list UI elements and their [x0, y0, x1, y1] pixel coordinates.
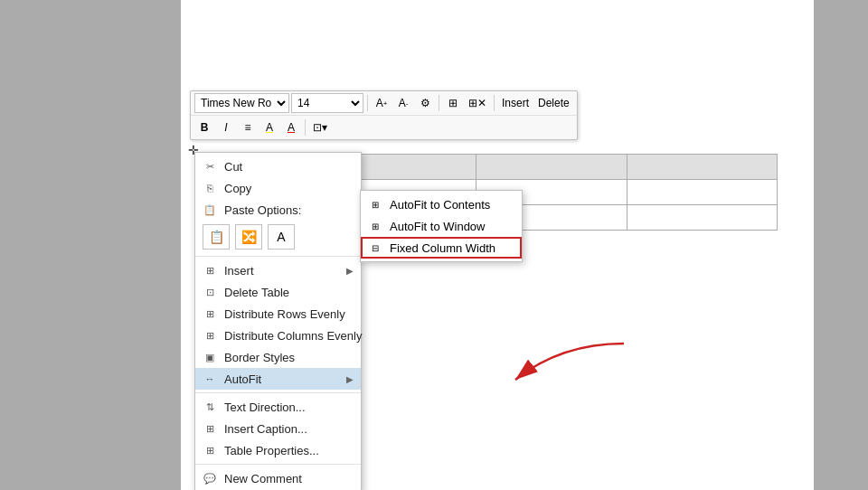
paste-keep-source-button[interactable]: 📋 [203, 224, 230, 250]
submenu-arrow-icon: ▶ [346, 374, 354, 384]
menu-item-text-direction[interactable]: ⇅ Text Direction... [195, 396, 361, 418]
menu-item-cut[interactable]: ✂ Cut [195, 155, 361, 177]
highlight-button[interactable]: A [259, 118, 279, 137]
toolbar-separator [367, 95, 368, 111]
menu-item-border-styles[interactable]: ▣ Border Styles [195, 346, 361, 368]
autofit-submenu: ⊞ AutoFit to Contents ⊞ AutoFit to Windo… [360, 190, 523, 262]
submenu-item-fixed-column-width[interactable]: ⊟ Fixed Column Width [361, 237, 522, 259]
cut-icon: ✂ [201, 159, 219, 174]
menu-item-paste-options: 📋 Paste Options: [195, 199, 361, 221]
format-button[interactable]: ⚙ [415, 93, 435, 113]
menu-label-distribute-cols: Distribute Columns Evenly [224, 329, 362, 343]
menu-divider [195, 256, 361, 257]
menu-item-copy[interactable]: ⎘ Copy [195, 177, 361, 199]
font-color-button[interactable]: A [281, 118, 301, 137]
menu-item-autofit[interactable]: ↔ AutoFit ▶ [195, 368, 361, 390]
text-direction-icon: ⇅ [201, 400, 219, 414]
border-styles-icon: ▣ [201, 350, 219, 364]
delete-button[interactable]: Delete [534, 93, 573, 113]
table-header-cell [476, 155, 627, 180]
toolbar-separator [305, 119, 306, 136]
menu-item-distribute-cols[interactable]: ⊞ Distribute Columns Evenly [195, 325, 361, 346]
menu-item-insert-caption[interactable]: ⊞ Insert Caption... [195, 418, 361, 439]
menu-divider [195, 464, 361, 465]
table-cell [627, 205, 777, 231]
toolbar-row-2: B I ≡ A A ⊡▾ [191, 116, 577, 139]
submenu-label-fixed-column-width: Fixed Column Width [390, 241, 495, 255]
insert-caption-icon: ⊞ [201, 421, 219, 436]
font-size-select[interactable]: 14 [291, 93, 363, 113]
toolbar-separator [439, 95, 439, 111]
table-style-button[interactable]: ⊞✕ [465, 93, 490, 113]
menu-item-insert[interactable]: ⊞ Insert ▶ [195, 259, 361, 281]
font-family-select[interactable]: Times New Ro [194, 93, 289, 113]
insert-button[interactable]: Insert [498, 93, 533, 113]
bold-button[interactable]: B [194, 118, 214, 137]
autofit-window-icon: ⊞ [366, 219, 384, 233]
distribute-cols-icon: ⊞ [201, 328, 219, 343]
menu-item-table-properties[interactable]: ⊞ Table Properties... [195, 439, 361, 461]
new-comment-icon: 💬 [201, 471, 219, 485]
menu-label-delete-table: Delete Table [224, 286, 354, 299]
submenu-item-autofit-window[interactable]: ⊞ AutoFit to Window [361, 215, 522, 237]
autofit-icon: ↔ [201, 372, 219, 386]
italic-button[interactable]: I [216, 118, 236, 137]
menu-item-delete-table[interactable]: ⊡ Delete Table [195, 281, 361, 303]
submenu-arrow-icon: ▶ [346, 266, 354, 276]
menu-label-cut: Cut [224, 160, 354, 174]
distribute-rows-icon: ⊞ [201, 306, 219, 321]
paste-text-only-button[interactable]: A [268, 224, 295, 250]
menu-label-border-styles: Border Styles [224, 351, 354, 364]
menu-divider [195, 392, 361, 393]
table-grid-button[interactable]: ⊞ [443, 93, 463, 113]
border-button[interactable]: ⊡▾ [309, 118, 331, 137]
menu-label-distribute-rows: Distribute Rows Evenly [224, 307, 354, 321]
submenu-label-autofit-window: AutoFit to Window [390, 220, 486, 233]
menu-label-text-direction: Text Direction... [224, 400, 354, 414]
paste-icon: 📋 [201, 203, 219, 217]
table-properties-icon: ⊞ [201, 443, 219, 457]
insert-icon: ⊞ [201, 263, 219, 278]
table-header-cell [627, 155, 777, 180]
delete-table-icon: ⊡ [201, 285, 219, 299]
mini-toolbar: Times New Ro 14 A+ A- ⚙ ⊞ ⊞✕ Insert Dele… [190, 90, 578, 140]
shrink-font-button[interactable]: A- [393, 93, 413, 113]
grow-font-button[interactable]: A+ [372, 93, 392, 113]
align-button[interactable]: ≡ [238, 118, 258, 137]
toolbar-row-1: Times New Ro 14 A+ A- ⚙ ⊞ ⊞✕ Insert Dele… [191, 91, 577, 116]
menu-label-autofit: AutoFit [224, 372, 346, 386]
copy-icon: ⎘ [201, 181, 219, 195]
submenu-label-autofit-contents: AutoFit to Contents [390, 198, 490, 212]
toolbar-separator [494, 95, 495, 111]
context-menu: ✂ Cut ⎘ Copy 📋 Paste Options: 📋 🔀 A ⊞ In… [194, 152, 362, 490]
table-cell [627, 180, 777, 205]
autofit-contents-icon: ⊞ [366, 197, 384, 212]
menu-item-new-comment[interactable]: 💬 New Comment [195, 467, 361, 489]
submenu-item-autofit-contents[interactable]: ⊞ AutoFit to Contents [361, 193, 522, 215]
menu-label-paste: Paste Options: [224, 203, 354, 217]
menu-label-insert-caption: Insert Caption... [224, 422, 354, 436]
paste-merge-button[interactable]: 🔀 [235, 224, 262, 250]
paste-options-row: 📋 🔀 A [195, 221, 361, 253]
menu-label-copy: Copy [224, 182, 354, 195]
menu-label-new-comment: New Comment [224, 472, 354, 485]
menu-label-table-properties: Table Properties... [224, 444, 354, 457]
menu-label-insert: Insert [224, 264, 346, 278]
menu-item-distribute-rows[interactable]: ⊞ Distribute Rows Evenly [195, 303, 361, 325]
fixed-column-icon: ⊟ [366, 240, 384, 255]
